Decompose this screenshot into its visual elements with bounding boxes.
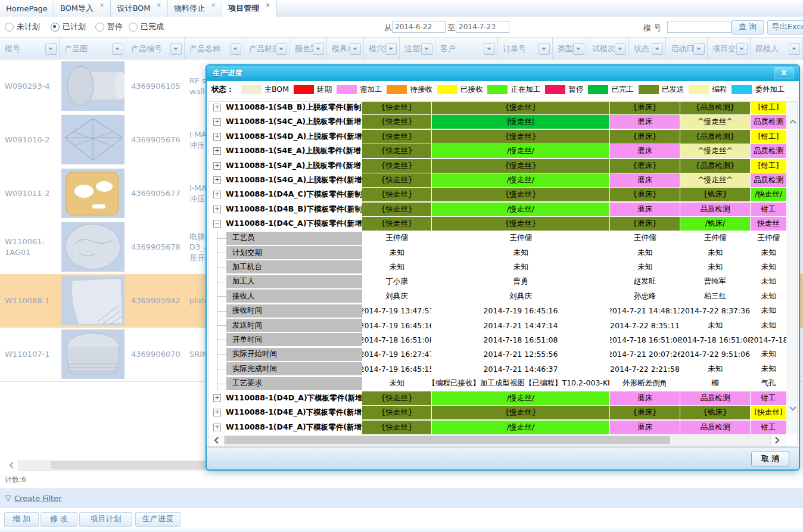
radio-circle-icon[interactable] bbox=[95, 23, 104, 32]
scroll-left-icon[interactable] bbox=[8, 462, 15, 469]
expand-icon[interactable]: + bbox=[213, 424, 221, 431]
create-filter-link[interactable]: Create Filter bbox=[5, 494, 62, 503]
add-button[interactable]: 增 加 bbox=[4, 512, 39, 527]
process-cell[interactable]: {快走丝} bbox=[362, 173, 431, 187]
process-cell[interactable]: {快走丝} bbox=[362, 217, 431, 231]
date-from-input[interactable] bbox=[392, 21, 446, 33]
tab-物料停止[interactable]: 物料停止× bbox=[168, 0, 222, 17]
process-cell[interactable]: 品质检测 bbox=[680, 391, 750, 405]
column-filter-dropdown-icon[interactable] bbox=[539, 43, 550, 55]
expand-icon[interactable]: + bbox=[213, 118, 221, 126]
radio-已计划[interactable]: 已计划 bbox=[51, 21, 86, 32]
dialog-titlebar[interactable]: 生产进度 bbox=[207, 66, 799, 81]
column-filter-dropdown-icon[interactable] bbox=[615, 43, 626, 55]
column-filter-dropdown-icon[interactable] bbox=[736, 43, 748, 55]
column-header-产品名称[interactable]: 产品名称 bbox=[185, 38, 244, 60]
tree-row-label[interactable]: +W110088-1(D4E_A)下模板零件(新增) bbox=[210, 406, 362, 419]
column-header-产品图[interactable]: 产品图 bbox=[60, 38, 126, 60]
tab-BOM导入[interactable]: BOM导入× bbox=[54, 0, 111, 17]
expand-icon[interactable]: + bbox=[213, 162, 221, 170]
tree-row-label[interactable]: +W110088-1(D4A_C)下模板零件(新制) bbox=[210, 188, 362, 201]
process-cell[interactable]: {慢走丝} bbox=[432, 159, 609, 173]
process-cell[interactable]: {慢走丝} bbox=[432, 130, 609, 144]
export-excel-button[interactable]: 导出Excel bbox=[767, 20, 803, 35]
column-header-颜色要求[interactable]: 颜色要求 bbox=[290, 38, 327, 60]
column-header-模具寿命[interactable]: 模具寿命 bbox=[327, 38, 364, 60]
column-header-状态[interactable]: 状态 bbox=[629, 38, 666, 60]
tree-row-label[interactable]: −W110088-1(D4C_A)下模板零件(新增) bbox=[210, 217, 362, 231]
column-header-产品材质[interactable]: 产品材质 bbox=[244, 38, 290, 60]
production-progress-button[interactable]: 生产进度 bbox=[135, 512, 180, 527]
tree-row-label[interactable]: +W110088-1(S4E_A)上脱板零件(新增) bbox=[210, 144, 362, 158]
collapse-icon[interactable]: − bbox=[213, 220, 221, 228]
expand-icon[interactable]: + bbox=[213, 206, 221, 213]
column-header-类型[interactable]: 类型 bbox=[553, 38, 587, 60]
cancel-button[interactable]: 取 消 bbox=[751, 452, 789, 466]
project-plan-button[interactable]: 项目计划 bbox=[79, 512, 132, 527]
process-cell[interactable]: {快走丝} bbox=[362, 115, 431, 129]
column-header-试模次数[interactable]: 试模次数 bbox=[587, 38, 629, 60]
process-cell[interactable]: ^慢走丝^ bbox=[680, 115, 750, 129]
search-button[interactable]: 查 询 bbox=[732, 20, 764, 35]
radio-circle-icon[interactable] bbox=[5, 23, 14, 32]
column-filter-dropdown-icon[interactable] bbox=[693, 43, 705, 55]
tree-row-label[interactable]: +W110088-1(D4B_B)下模板零件(新制) bbox=[210, 203, 362, 216]
process-cell[interactable]: /快走丝/ bbox=[751, 188, 786, 201]
column-header-订单号[interactable]: 订单号 bbox=[498, 38, 553, 60]
process-cell[interactable]: 磨床 bbox=[610, 144, 680, 158]
process-cell[interactable]: {磨床} bbox=[610, 130, 680, 144]
expand-icon[interactable]: + bbox=[213, 176, 221, 184]
column-filter-dropdown-icon[interactable] bbox=[112, 43, 123, 55]
column-header-模号[interactable]: 模号 bbox=[0, 38, 60, 60]
tree-row-label[interactable]: +W110088-1(D4F_A)下模板零件(新增) bbox=[210, 421, 362, 434]
process-cell[interactable]: {快走丝} bbox=[362, 391, 431, 405]
process-cell[interactable]: |慢走丝| bbox=[432, 115, 609, 129]
process-cell[interactable]: {快走丝} bbox=[362, 130, 431, 144]
modify-button[interactable]: 修 改 bbox=[41, 512, 77, 527]
expand-icon[interactable]: + bbox=[213, 133, 221, 141]
tab-HomePage[interactable]: HomePage bbox=[0, 0, 54, 17]
process-cell[interactable]: 磨床 bbox=[610, 173, 680, 187]
radio-未计划[interactable]: 未计划 bbox=[5, 21, 40, 32]
scroll-right-icon[interactable] bbox=[773, 437, 780, 444]
scroll-left-icon[interactable] bbox=[213, 437, 220, 444]
process-cell[interactable]: {快走丝} bbox=[362, 188, 431, 201]
process-cell[interactable]: {慢走丝} bbox=[432, 406, 609, 419]
column-filter-dropdown-icon[interactable] bbox=[350, 43, 361, 55]
process-cell[interactable]: 品质检测 bbox=[680, 421, 750, 434]
tab-close-icon[interactable]: × bbox=[157, 2, 161, 8]
process-cell[interactable]: /铣床/ bbox=[680, 217, 750, 231]
process-cell[interactable]: {磨床} bbox=[610, 406, 680, 419]
process-cell[interactable]: {慢走丝} bbox=[432, 188, 609, 201]
scroll-up-icon[interactable] bbox=[789, 119, 796, 126]
process-cell[interactable]: /慢走丝/ bbox=[432, 421, 609, 434]
process-cell[interactable]: 磨床 bbox=[610, 203, 680, 216]
tab-close-icon[interactable]: × bbox=[99, 2, 104, 8]
process-cell[interactable]: ^慢走丝^ bbox=[680, 173, 750, 187]
scroll-thumb[interactable] bbox=[225, 436, 670, 444]
column-filter-dropdown-icon[interactable] bbox=[230, 43, 241, 55]
tab-close-icon[interactable]: × bbox=[211, 2, 216, 8]
process-cell[interactable]: {磨床} bbox=[610, 159, 680, 173]
column-header-产品编号[interactable]: 产品编号 bbox=[126, 38, 185, 60]
tab-项目管理[interactable]: 项目管理× bbox=[222, 0, 276, 17]
column-header-注塑机[interactable]: 注塑机 bbox=[400, 38, 435, 60]
column-header-启动日期[interactable]: 启动日期 bbox=[666, 38, 708, 60]
mold-no-input[interactable] bbox=[667, 21, 732, 33]
process-cell[interactable]: {铣床} bbox=[680, 188, 750, 201]
radio-暂停[interactable]: 暂停 bbox=[95, 21, 123, 32]
process-cell[interactable]: {快走丝} bbox=[362, 101, 431, 114]
dialog-horizontal-scrollbar[interactable] bbox=[208, 435, 786, 446]
process-cell[interactable]: {慢走丝} bbox=[432, 101, 609, 114]
expand-icon[interactable]: + bbox=[213, 394, 221, 402]
process-cell[interactable]: /慢走丝/ bbox=[432, 391, 609, 405]
process-cell[interactable]: /慢走丝/ bbox=[432, 173, 609, 187]
tree-row-label[interactable]: +W110088-1(S4G_A)上脱板零件(新增) bbox=[210, 173, 362, 187]
process-cell[interactable]: {磨床} bbox=[610, 188, 680, 201]
tree-row-label[interactable]: +W110088-1(D4D_A)下模板零件(新增) bbox=[210, 391, 362, 405]
process-cell[interactable]: {快走丝} bbox=[362, 159, 431, 173]
scroll-down-icon[interactable] bbox=[789, 405, 796, 412]
column-filter-dropdown-icon[interactable] bbox=[484, 43, 495, 55]
close-icon[interactable]: X bbox=[774, 67, 794, 79]
process-cell[interactable]: {品质检测} bbox=[680, 130, 750, 144]
